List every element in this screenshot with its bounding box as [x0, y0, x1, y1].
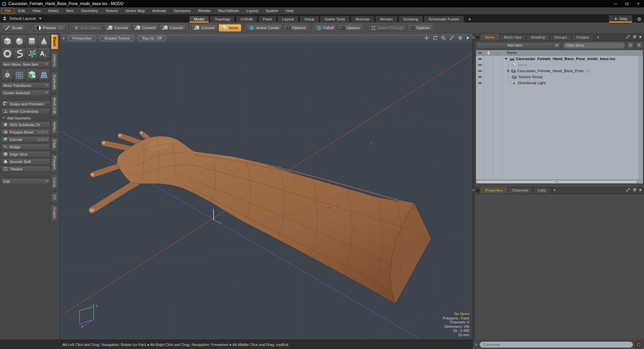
visibility-eye-icon[interactable] [476, 69, 484, 72]
select-through-options-button[interactable]: Options [408, 24, 433, 32]
panel-menu-arrow-icon[interactable] [639, 35, 642, 39]
tab-channels[interactable]: Channels [507, 187, 533, 194]
tree-horizontal-scrollbar[interactable] [476, 180, 638, 184]
visibility-eye-icon[interactable] [476, 57, 484, 60]
pan-icon[interactable] [424, 36, 429, 40]
tab-uv[interactable]: UV [51, 192, 58, 202]
tab-basic[interactable]: Basic [51, 34, 58, 49]
perspective-grid-tool[interactable] [38, 69, 50, 81]
layout-tab-animate[interactable]: Animate [351, 16, 374, 22]
action-center-options-button[interactable]: Options [283, 24, 309, 32]
menu-item[interactable]: Item [63, 8, 77, 14]
tab-properties[interactable]: Properties [481, 187, 507, 194]
menu-maxtomodo[interactable]: MaxToModo [215, 8, 243, 14]
search-mode-button[interactable]: S [627, 42, 634, 49]
items-mode-button[interactable]: Items [219, 24, 241, 32]
tab-mesh-ops[interactable]: Mesh Ops [499, 34, 526, 41]
menu-layout[interactable]: Layout [243, 8, 262, 14]
sds-subdivide-button[interactable]: SDS Subdivide 2X [1, 121, 50, 128]
convert-vertex-button[interactable]: Convert [104, 24, 131, 32]
maximize-viewport-icon[interactable] [449, 36, 454, 40]
primitive-sphere-tool[interactable] [14, 35, 26, 47]
tab-lists[interactable]: Lists [533, 187, 550, 194]
menu-render[interactable]: Render [195, 8, 214, 14]
layout-tab-layout[interactable]: Layout [277, 16, 299, 22]
panel-menu-arrow-icon[interactable] [639, 188, 642, 192]
divider-arrow-icon[interactable]: ▶ [473, 36, 475, 39]
polygon-bevel-button[interactable]: Polygon BevelShift-B [1, 129, 50, 135]
visibility-eye-icon[interactable] [476, 76, 484, 79]
convert-edge-button[interactable]: Convert [132, 24, 159, 32]
viewport-hotspot-icon[interactable] [62, 37, 65, 40]
layout-tab-scripting[interactable]: Scripting [398, 16, 423, 22]
menu-edit[interactable]: Edit [15, 8, 29, 14]
move-column-icon[interactable] [484, 50, 493, 55]
menu-texture[interactable]: Texture [102, 8, 121, 14]
more-transforms-dropdown[interactable]: More Transforms [1, 82, 50, 89]
pie-menu-icon[interactable] [476, 36, 479, 39]
edit-dropdown[interactable]: Edit [1, 178, 50, 185]
convert-polygon-button[interactable]: Convert [160, 24, 186, 32]
sculpt-button[interactable]: Sculpt [2, 24, 25, 32]
extrude-button[interactable]: ExtrudeShift-X [1, 136, 50, 143]
primitive-cone-tool[interactable] [38, 35, 50, 47]
auto-select-button[interactable]: Auto Select [71, 24, 103, 32]
falloff-button[interactable]: Falloff [314, 24, 337, 32]
layout-tab-schematic-fusion[interactable]: Schematic Fusion [424, 16, 464, 22]
smooth-shift-button[interactable]: Smooth Shift [1, 158, 50, 165]
panel-gear-icon[interactable]: ⚙ [633, 188, 637, 192]
tree-item-texture-group[interactable]: Texture Group [476, 74, 643, 80]
tree-vertical-scrollbar[interactable] [639, 56, 643, 180]
menu-system[interactable]: System [262, 8, 281, 14]
primitive-torus-tool[interactable] [1, 48, 13, 60]
polygon-pen-tool[interactable] [26, 48, 38, 60]
tab-shading[interactable]: Shading [527, 34, 549, 41]
maximize-button[interactable] [621, 0, 633, 7]
presets-button[interactable]: PresetsF6 [34, 24, 66, 32]
raygl-pill[interactable]: Ray GL: Off [138, 36, 166, 41]
add-panel-tab-button[interactable]: + [551, 188, 559, 194]
view-mode-pill[interactable]: Perspective [68, 36, 96, 41]
lattice-tool[interactable] [14, 69, 26, 81]
add-layout-tab-button[interactable]: + [465, 16, 474, 22]
thicken-button[interactable]: Thicken [1, 166, 50, 172]
select-through-button[interactable]: Select Through [368, 24, 407, 32]
gear-icon[interactable]: ⚙ [637, 17, 641, 22]
edge-slice-button[interactable]: Edge Slice [1, 151, 50, 157]
primitive-helix-tool[interactable] [14, 48, 26, 60]
layout-tab-paint[interactable]: Paint [258, 16, 276, 22]
tab-groups[interactable]: Groups [550, 34, 572, 41]
menu-view[interactable]: View [29, 8, 44, 14]
command-input[interactable] [480, 342, 633, 348]
macro-record-button[interactable] [635, 341, 642, 348]
mesh-constraints-button[interactable]: Mesh Constraints [1, 108, 50, 114]
divider-arrow-icon[interactable]: ▶ [473, 189, 475, 191]
expander-icon[interactable] [505, 58, 507, 60]
tab-duplicate[interactable]: Duplicate [51, 71, 58, 92]
scrollbar-thumb[interactable] [477, 181, 637, 183]
minimize-button[interactable] [610, 0, 621, 7]
tree-item-directional-light[interactable]: Directional Light [476, 80, 643, 86]
3d-viewport[interactable]: Perspective Shaded Texture Ray GL: Off N… [60, 34, 473, 340]
only-badge[interactable]: ★Only [609, 15, 632, 22]
tree-item-mesh[interactable]: Mesh [476, 62, 643, 68]
layout-tab-setup[interactable]: Setup [300, 16, 319, 22]
tab-images[interactable]: Images [572, 34, 593, 41]
tab-mesh-edit[interactable]: Mesh Edit [51, 95, 58, 116]
action-center-button[interactable]: Action Center [246, 24, 282, 32]
checker-cube-tool[interactable] [26, 69, 38, 81]
tree-item-scene-root[interactable]: Caucasian_Female_Hand_Base_Pose_modo_bas… [476, 56, 643, 62]
default-layouts-dropdown[interactable]: Default Layouts [9, 16, 36, 20]
item-menu-dropdown[interactable]: Item Menu: New Item [1, 61, 50, 67]
visibility-eye-icon[interactable] [476, 63, 484, 66]
menu-vertex-map[interactable]: Vertex Map [122, 8, 148, 14]
primitive-cylinder-tool[interactable] [26, 35, 38, 47]
viewport-menu-arrow-icon[interactable] [466, 36, 470, 40]
tab-edge[interactable]: Edge [51, 137, 58, 151]
layout-tab-uvedit[interactable]: UVEdit [236, 16, 257, 22]
zoom-icon[interactable] [441, 36, 446, 40]
tab-vertex[interactable]: Vertex [51, 119, 58, 135]
add-item-dropdown[interactable]: Add Item [477, 42, 560, 49]
close-button[interactable]: × [633, 0, 644, 7]
tab-polygon[interactable]: Polygon [51, 153, 58, 172]
